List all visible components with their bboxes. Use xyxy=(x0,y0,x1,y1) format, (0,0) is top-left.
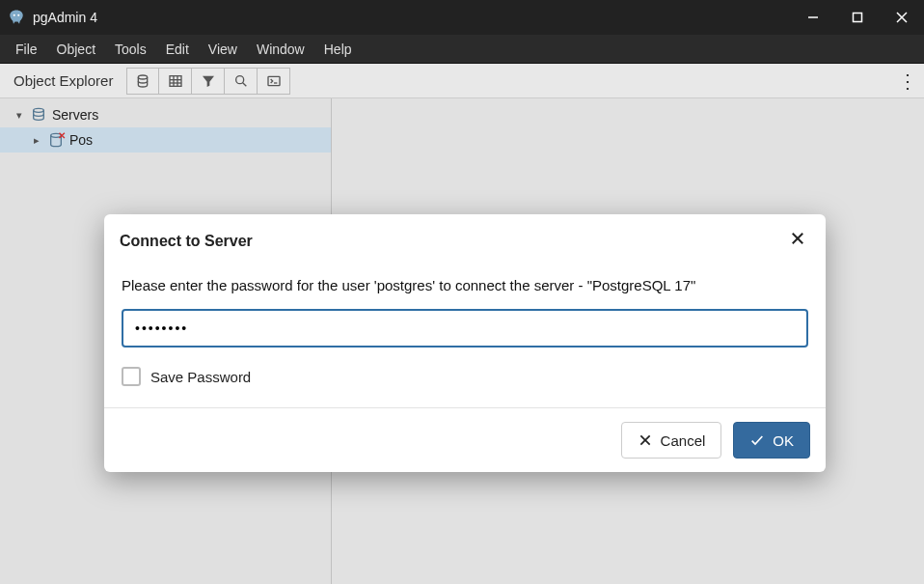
window-title: pgAdmin 4 xyxy=(33,10,791,25)
query-tool-icon[interactable] xyxy=(126,68,159,95)
more-menu-icon[interactable]: ⋮ xyxy=(891,64,924,97)
app-logo xyxy=(8,9,25,26)
maximize-button[interactable] xyxy=(835,0,880,35)
svg-point-0 xyxy=(14,14,15,16)
filter-icon[interactable] xyxy=(192,68,225,95)
svg-point-6 xyxy=(139,75,148,79)
close-icon xyxy=(638,432,653,448)
connect-server-dialog: Connect to Server Please enter the passw… xyxy=(104,214,826,472)
check-icon xyxy=(749,432,765,448)
explorer-toolbar: Object Explorer ⋮ xyxy=(0,64,924,98)
ok-button-label: OK xyxy=(773,432,794,449)
menu-tools[interactable]: Tools xyxy=(105,38,156,61)
password-input[interactable] xyxy=(122,309,808,348)
cancel-button[interactable]: Cancel xyxy=(621,422,722,459)
dialog-close-button[interactable] xyxy=(785,226,810,256)
modal-backdrop: Connect to Server Please enter the passw… xyxy=(0,98,924,584)
svg-rect-14 xyxy=(268,76,280,85)
psql-icon[interactable] xyxy=(258,68,290,95)
panel-title: Object Explorer xyxy=(0,64,126,97)
save-password-checkbox[interactable] xyxy=(122,367,141,386)
app-window: pgAdmin 4 File Object Tools Edit View Wi… xyxy=(0,0,924,584)
menu-edit[interactable]: Edit xyxy=(156,38,199,61)
menu-window[interactable]: Window xyxy=(247,38,314,61)
dialog-title: Connect to Server xyxy=(120,233,785,250)
main-body: ▾ Servers ▸ ✕ Pos Connect to Server xyxy=(0,98,924,584)
menu-file[interactable]: File xyxy=(6,38,47,61)
svg-point-12 xyxy=(236,75,244,83)
cancel-button-label: Cancel xyxy=(661,432,706,449)
window-controls xyxy=(791,0,924,35)
menu-help[interactable]: Help xyxy=(314,38,362,61)
minimize-button[interactable] xyxy=(791,0,835,35)
menu-view[interactable]: View xyxy=(199,38,247,61)
svg-rect-3 xyxy=(854,14,862,22)
titlebar: pgAdmin 4 xyxy=(0,0,924,35)
close-button[interactable] xyxy=(880,0,924,35)
dialog-message: Please enter the password for the user '… xyxy=(122,277,808,293)
search-icon[interactable] xyxy=(225,68,258,95)
menu-object[interactable]: Object xyxy=(47,38,105,61)
ok-button[interactable]: OK xyxy=(733,422,810,459)
save-password-label: Save Password xyxy=(150,369,251,385)
svg-rect-7 xyxy=(170,75,181,86)
svg-point-1 xyxy=(17,14,19,16)
menubar: File Object Tools Edit View Window Help xyxy=(0,35,924,64)
view-data-icon[interactable] xyxy=(159,68,192,95)
svg-line-13 xyxy=(243,82,247,86)
